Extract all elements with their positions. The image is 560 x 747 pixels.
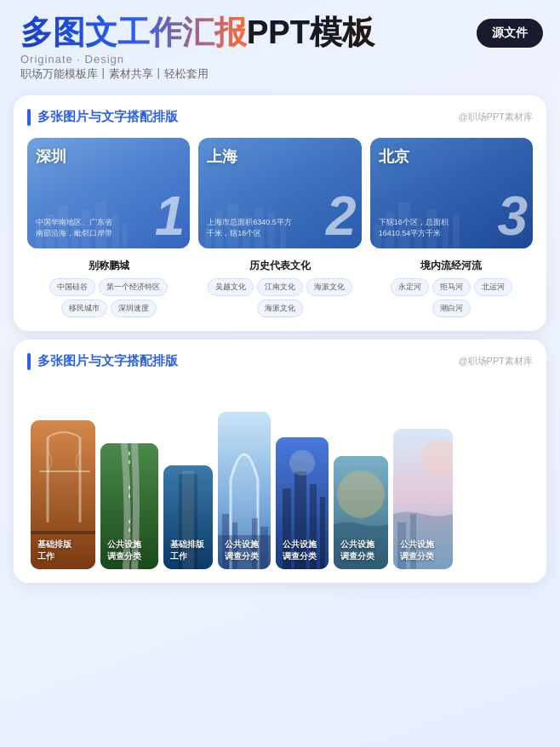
card-1-title: 多张图片与文字搭配排版 bbox=[37, 109, 178, 125]
source-badge: 源文件 bbox=[477, 19, 543, 48]
columns-container: 基础排版工作 公共设施调查分类 bbox=[27, 382, 533, 569]
col-item-5: 公共设施调查分类 bbox=[276, 437, 329, 569]
col-label-6: 公共设施调查分类 bbox=[340, 539, 385, 562]
tag-item: 拒马河 bbox=[432, 278, 471, 296]
card-1-watermark: @职场PPT素材库 bbox=[458, 111, 533, 123]
col-item-1: 基础排版工作 bbox=[31, 420, 95, 569]
tags-grid-shanghai: 吴越文化 江南文化 海派文化 海派文化 bbox=[198, 278, 361, 317]
city-card-beijing: 北京 下辖16个区，总面积16410.54平方千米 3 bbox=[370, 138, 533, 248]
city-name-shenzhen: 深圳 bbox=[36, 146, 181, 167]
tag-item: 第一个经济特区 bbox=[99, 278, 168, 296]
tags-section: 别称鹏城 中国硅谷 第一个经济特区 移民城市 深圳速度 历史代表文化 吴越文化 … bbox=[27, 259, 533, 317]
col-label-5: 公共设施调查分类 bbox=[283, 539, 325, 562]
title-black: PPT模板 bbox=[247, 14, 374, 50]
tags-shenzhen: 别称鹏城 中国硅谷 第一个经济特区 移民城市 深圳速度 bbox=[27, 259, 190, 317]
svg-point-42 bbox=[289, 450, 315, 476]
tags-beijing: 境内流经河流 永定河 拒马河 北运河 潮白河 bbox=[370, 259, 533, 317]
tag-item: 海派文化 bbox=[257, 299, 303, 317]
svg-point-44 bbox=[337, 470, 385, 518]
card-1-accent bbox=[27, 109, 31, 126]
col-item-7: 公共设施调查分类 bbox=[393, 429, 453, 569]
card-2-header: 多张图片与文字搭配排版 @职场PPT素材库 bbox=[27, 353, 533, 370]
tag-title-shanghai: 历史代表文化 bbox=[198, 259, 361, 273]
card-2-title-row: 多张图片与文字搭配排版 bbox=[27, 353, 178, 370]
city-name-shanghai: 上海 bbox=[207, 146, 352, 167]
tag-item: 移民城市 bbox=[61, 299, 107, 317]
city-row: 深圳 中国华南地区、广东省南部沿海，毗邻口岸带 1 上海 上海市总面积6340.… bbox=[27, 138, 533, 248]
col-label-1: 基础排版工作 bbox=[37, 539, 92, 562]
tag-item: 中国硅谷 bbox=[49, 278, 95, 296]
tag-item: 吴越文化 bbox=[208, 278, 254, 296]
col-label-4: 公共设施调查分类 bbox=[225, 539, 267, 562]
page-title: 多图文工作汇报PPT模板 bbox=[20, 15, 540, 51]
tag-title-beijing: 境内流经河流 bbox=[370, 259, 533, 273]
tag-item: 永定河 bbox=[391, 278, 429, 296]
tags-grid-shenzhen: 中国硅谷 第一个经济特区 移民城市 深圳速度 bbox=[27, 278, 190, 317]
col-label-2: 公共设施调查分类 bbox=[107, 539, 155, 562]
card-1-header: 多张图片与文字搭配排版 @职场PPT素材库 bbox=[27, 109, 533, 126]
city-card-shenzhen: 深圳 中国华南地区、广东省南部沿海，毗邻口岸带 1 bbox=[27, 138, 190, 248]
city-number-3: 3 bbox=[497, 189, 528, 243]
col-label-3: 基础排版工作 bbox=[170, 539, 209, 562]
tag-item: 江南文化 bbox=[257, 278, 303, 296]
tags-grid-beijing: 永定河 拒马河 北运河 潮白河 bbox=[370, 278, 533, 317]
title-colored: 多图文工作汇报 bbox=[20, 14, 247, 50]
tag-item: 北运河 bbox=[474, 278, 512, 296]
city-name-beijing: 北京 bbox=[379, 146, 524, 167]
page-header: 多图文工作汇报PPT模板 Originate · Design 职场万能模板库丨… bbox=[0, 0, 560, 87]
city-number-2: 2 bbox=[326, 189, 357, 243]
col-item-6: 公共设施调查分类 bbox=[334, 456, 388, 569]
subtitle-en: Originate · Design bbox=[20, 53, 540, 66]
subtitle-cn: 职场万能模板库丨素材共享丨轻松套用 bbox=[20, 66, 540, 82]
tag-item: 潮白河 bbox=[432, 299, 471, 317]
card-1-title-row: 多张图片与文字搭配排版 bbox=[27, 109, 178, 126]
tag-title-shenzhen: 别称鹏城 bbox=[27, 259, 190, 273]
col-item-3: 基础排版工作 bbox=[163, 465, 213, 569]
city-tags-group: 别称鹏城 中国硅谷 第一个经济特区 移民城市 深圳速度 历史代表文化 吴越文化 … bbox=[27, 259, 533, 317]
card-2-watermark: @职场PPT素材库 bbox=[458, 355, 533, 368]
card-2: 多张图片与文字搭配排版 @职场PPT素材库 bbox=[14, 339, 546, 583]
col-label-7: 公共设施调查分类 bbox=[400, 539, 449, 562]
col-item-4: 公共设施调查分类 bbox=[218, 412, 271, 569]
svg-rect-26 bbox=[31, 531, 95, 534]
city-number-1: 1 bbox=[155, 189, 186, 243]
tag-item: 深圳速度 bbox=[111, 299, 157, 317]
tag-item: 海派文化 bbox=[306, 278, 352, 296]
tags-shanghai: 历史代表文化 吴越文化 江南文化 海派文化 海派文化 bbox=[198, 259, 361, 317]
col-item-2: 公共设施调查分类 bbox=[100, 443, 158, 569]
card-2-accent bbox=[27, 353, 31, 370]
card-1: 多张图片与文字搭配排版 @职场PPT素材库 深圳 中国华南地区、广东省南部沿海，… bbox=[14, 95, 546, 331]
city-card-shanghai: 上海 上海市总面积6340.5平方千米，辖16个区 2 bbox=[198, 138, 361, 248]
card-2-title: 多张图片与文字搭配排版 bbox=[37, 353, 178, 369]
